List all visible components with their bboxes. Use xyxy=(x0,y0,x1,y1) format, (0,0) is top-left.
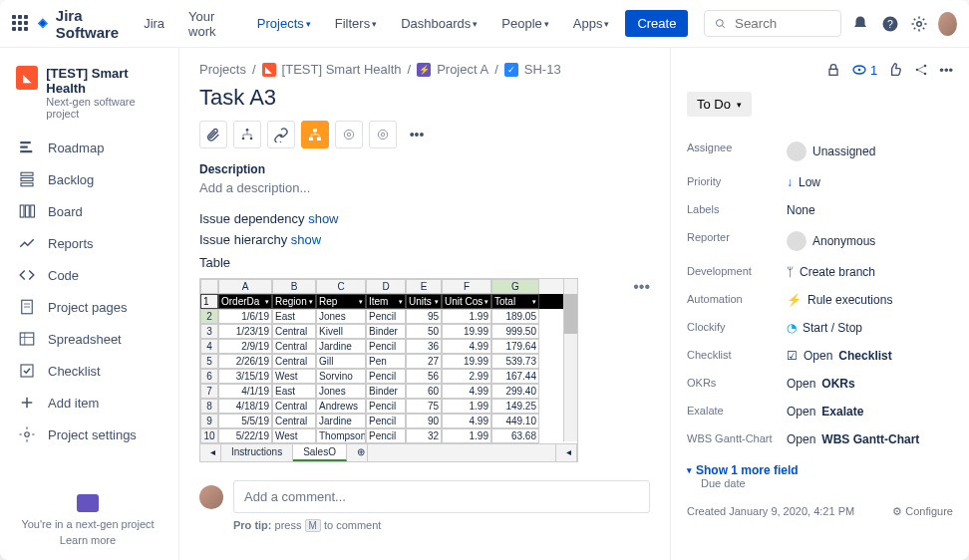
sidebar-backlog[interactable]: Backlog xyxy=(8,163,170,195)
svg-point-37 xyxy=(916,69,919,72)
jira-logo[interactable]: Jira Software xyxy=(36,7,128,41)
sheet-tab-instructions[interactable]: Instructions xyxy=(221,444,293,461)
settings-icon[interactable] xyxy=(908,10,930,38)
table-row[interactable]: 52/26/19CentralGillPen2719.99539.73 xyxy=(200,354,577,369)
svg-rect-27 xyxy=(313,129,317,132)
sidebar-board[interactable]: Board xyxy=(8,195,170,227)
crumb-epic[interactable]: Project A xyxy=(437,62,488,77)
sidebar-project-pages[interactable]: Project pages xyxy=(8,291,170,323)
nav-filters[interactable]: Filters▾ xyxy=(327,10,385,37)
priority-field[interactable]: ↓Low xyxy=(787,175,953,189)
sidebar-reports[interactable]: Reports xyxy=(8,227,170,259)
svg-point-4 xyxy=(917,21,922,26)
attach-button[interactable] xyxy=(199,121,227,148)
table-more-icon[interactable]: ••• xyxy=(633,278,650,296)
table-row[interactable]: 31/23/19CentralKivellBinder5019.99999.50 xyxy=(200,324,577,339)
description-field[interactable]: Add a description... xyxy=(199,180,650,195)
more-actions-button[interactable]: ••• xyxy=(403,121,431,148)
sheet-scrollbar[interactable] xyxy=(563,279,577,441)
table-row[interactable]: 84/18/19CentralAndrewsPencil751.99149.25 xyxy=(200,399,577,414)
create-branch-link[interactable]: ᛘCreate branch xyxy=(787,265,953,279)
child-issue-button[interactable] xyxy=(233,121,261,148)
search-input[interactable] xyxy=(704,10,840,37)
table-row[interactable]: 95/5/19CentralJardinePencil904.99449.10 xyxy=(200,414,577,428)
nav-people[interactable]: People▾ xyxy=(493,10,556,37)
crumb-project[interactable]: [TEST] Smart Health xyxy=(282,62,402,77)
table-row[interactable]: 105/22/19WestThompsonPencil321.9963.68 xyxy=(200,428,577,443)
okrs-field[interactable]: Open OKRs xyxy=(787,377,953,391)
svg-text:?: ? xyxy=(887,17,893,29)
clockify-icon: ◔ xyxy=(787,321,797,335)
watch-button[interactable]: 1 xyxy=(851,62,877,78)
svg-line-41 xyxy=(919,71,924,74)
assignee-field[interactable]: Unassigned xyxy=(787,141,953,161)
checklist-field[interactable]: ☑Open Checklist xyxy=(787,349,953,363)
table-section-label: Table xyxy=(199,255,650,270)
sidebar-spreadsheet[interactable]: Spreadsheet xyxy=(8,323,170,355)
svg-point-25 xyxy=(242,138,245,140)
clockify-field[interactable]: ◔Start / Stop xyxy=(787,321,953,335)
spreadsheet-embed[interactable]: ABCDEFG 1 OrderDa▾ Region▾ Rep▾ Item▾ Un… xyxy=(199,278,578,462)
user-avatar[interactable] xyxy=(938,12,957,36)
chevron-down-icon: ▾ xyxy=(306,19,311,29)
sidebar-code[interactable]: Code xyxy=(8,259,170,291)
nav-dashboards[interactable]: Dashboards▾ xyxy=(393,10,485,37)
svg-point-0 xyxy=(717,19,724,26)
crumb-issue[interactable]: SH-13 xyxy=(524,62,561,77)
backlog-icon xyxy=(18,170,36,188)
crumb-projects[interactable]: Projects xyxy=(199,62,246,77)
app2-button[interactable] xyxy=(369,121,397,148)
sheet-tab-sales[interactable]: SalesO xyxy=(293,444,347,461)
nav-projects[interactable]: Projects▾ xyxy=(249,10,319,37)
show-more-fields[interactable]: ▾Show 1 more field xyxy=(687,463,953,477)
plus-icon xyxy=(18,394,36,412)
code-icon xyxy=(18,266,36,284)
nav-jira[interactable]: Jira xyxy=(136,10,172,37)
share-icon[interactable] xyxy=(913,62,929,78)
logo-text: Jira Software xyxy=(56,7,128,41)
wbs-field[interactable]: Open WBS Gantt-Chart xyxy=(787,432,953,446)
sidebar-roadmap[interactable]: Roadmap xyxy=(8,132,170,163)
priority-low-icon: ↓ xyxy=(787,175,793,189)
table-row[interactable]: 74/1/19EastJonesBinder604.99299.40 xyxy=(200,384,577,399)
create-button[interactable]: Create xyxy=(625,10,688,37)
link-button[interactable] xyxy=(267,121,295,148)
hierarchy-button[interactable] xyxy=(301,121,329,148)
nav-your-work[interactable]: Your work xyxy=(180,3,241,45)
jira-icon xyxy=(36,15,50,33)
reporter-field[interactable]: Anonymous xyxy=(787,231,953,251)
automation-field[interactable]: ⚡Rule executions xyxy=(787,293,953,307)
status-dropdown[interactable]: To Do▾ xyxy=(687,92,752,117)
roadmap-icon xyxy=(18,139,36,156)
issue-title[interactable]: Task A3 xyxy=(199,85,650,111)
more-icon[interactable]: ••• xyxy=(939,63,953,78)
comment-avatar xyxy=(199,485,223,509)
table-row[interactable]: 21/6/19EastJonesPencil951.99189.05 xyxy=(200,309,577,324)
sidebar-project-settings[interactable]: Project settings xyxy=(8,419,170,450)
crumb-project-icon: ◣ xyxy=(262,63,276,77)
like-icon[interactable] xyxy=(887,62,903,78)
exalate-field[interactable]: Open Exalate xyxy=(787,405,953,419)
tree-icon xyxy=(239,127,255,142)
notifications-icon[interactable] xyxy=(849,10,871,38)
nextgen-label: You're in a next-gen project xyxy=(8,518,167,530)
hierarchy-show-link[interactable]: show xyxy=(291,232,321,247)
checklist-icon xyxy=(18,362,36,380)
comment-input[interactable]: Add a comment... xyxy=(233,480,650,513)
sidebar-add-item[interactable]: Add item xyxy=(8,387,170,419)
labels-field[interactable]: None xyxy=(787,203,953,217)
app-switcher-icon[interactable] xyxy=(12,15,28,33)
dependency-show-link[interactable]: show xyxy=(308,211,338,226)
table-row[interactable]: 42/9/19CentralJardinePencil364.99179.64 xyxy=(200,339,577,354)
attachment-icon xyxy=(205,127,221,142)
table-row[interactable]: 63/15/19WestSorvinoPencil562.99167.44 xyxy=(200,369,577,384)
lightning-icon: ⚡ xyxy=(787,293,802,307)
nav-apps[interactable]: Apps▾ xyxy=(565,10,618,37)
configure-link[interactable]: ⚙ Configure xyxy=(892,505,953,518)
sidebar-checklist[interactable]: Checklist xyxy=(8,355,170,387)
app1-button[interactable] xyxy=(335,121,363,148)
sheet-add-tab[interactable]: ⊕ xyxy=(347,444,368,461)
help-icon[interactable]: ? xyxy=(879,10,901,38)
lock-icon[interactable] xyxy=(825,62,841,78)
learn-more-link[interactable]: Learn more xyxy=(8,534,167,546)
